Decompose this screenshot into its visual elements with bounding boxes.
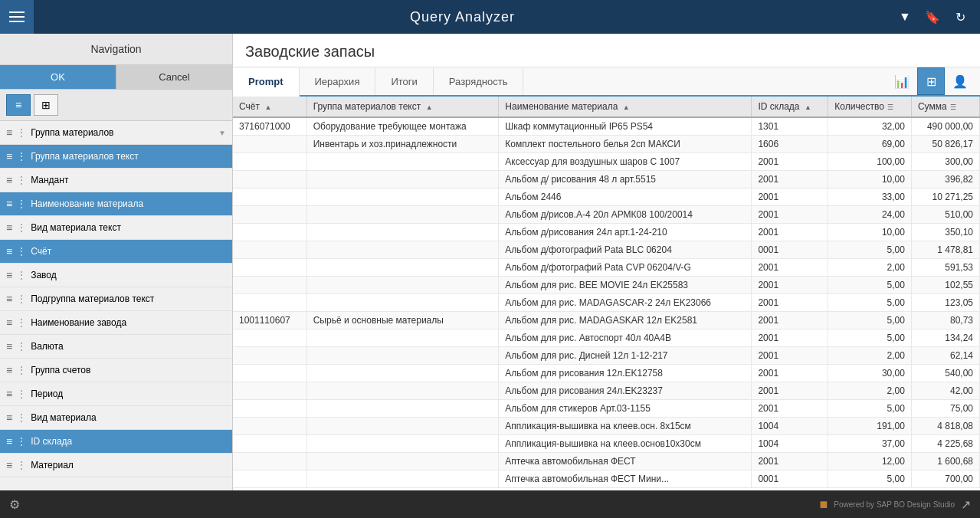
table-cell: 69,00 [828,136,912,153]
table-cell [306,435,499,453]
column-header[interactable]: Наименование материала ▲ [499,97,752,117]
nav-item-label: Материал [31,460,226,470]
table-row: Инвентарь и хоз.принадлежностиКомплект п… [233,136,980,153]
table-cell [233,206,306,224]
table-cell: 2001 [752,224,828,241]
column-header[interactable]: Сумма ☰ [911,97,979,117]
grid-icon: ⋮ [17,246,26,257]
nav-item[interactable]: ≡ ⋮ Наименование завода [0,311,232,335]
table-row: Альбом для рис. BEE MOVIE 24л EK25583200… [233,277,980,294]
table-cell: Альбом 2446 [499,189,752,206]
table-cell: Альбом д/рисов.А-4 20л АРМК08 100/20014 [499,206,752,224]
filter-button[interactable]: ▼ [891,3,919,31]
column-header[interactable]: Счёт ▲ [233,97,306,117]
cancel-button[interactable]: Cancel [116,65,232,89]
table-cell: 2001 [752,312,828,329]
nav-item[interactable]: ≡ ⋮ Группа материалов ▼ [0,121,232,145]
table-row: 3716071000Оборудование требующее монтажа… [233,117,980,136]
table-cell: 100,00 [828,153,912,171]
column-header[interactable]: Группа материалов текст ▲ [306,97,499,117]
table-cell [306,259,499,277]
table-cell: 0001 [752,470,828,488]
data-table: Счёт ▲Группа материалов текст ▲Наименова… [233,97,980,488]
table-cell [233,189,306,206]
nav-item[interactable]: ≡ ⋮ Материал [0,454,232,477]
nav-item[interactable]: ≡ ⋮ Завод [0,264,232,287]
nav-item[interactable]: ≡ ⋮ Подгруппа материалов текст [0,287,232,311]
person-icon[interactable]: 👤 [946,67,974,95]
table-cell: 10,00 [828,171,912,189]
nav-item[interactable]: ≡ ⋮ Группа счетов [0,359,232,382]
menu-button[interactable] [0,0,34,34]
table-cell: 2001 [752,400,828,418]
nav-item-label: Вид материала текст [31,222,226,233]
settings-icon[interactable]: ⚙ [9,497,20,512]
nav-item-label: Подгруппа материалов текст [31,293,226,304]
ok-button[interactable]: OK [0,65,116,89]
table-cell [306,241,499,259]
bar-chart-icon[interactable]: 📊 [888,67,916,95]
nav-item-label: Завод [31,270,226,280]
column-header[interactable]: ID склада ▲ [752,97,828,117]
header: Query Analyzer ▼ 🔖 ↻ [0,0,980,34]
table-cell: 2,00 [828,347,912,365]
table-row: Альбом д/фотографий Pata BLC 0620400015,… [233,241,980,259]
nav-item[interactable]: ≡ ⋮ Валюта [0,335,232,359]
table-cell: 1301 [752,117,828,136]
nav-item-label: Наименование материала [31,198,226,209]
nav-item-label: Группа материалов текст [31,151,226,162]
nav-title: Navigation [0,34,232,65]
nav-buttons: OK Cancel [0,65,232,90]
table-cell: 2001 [752,382,828,400]
nav-item[interactable]: ≡ ⋮ Вид материала [0,406,232,430]
export-icon[interactable]: ↗ [961,497,971,512]
table-cell: 2,00 [828,382,912,400]
table-cell: 5,00 [828,329,912,347]
table-cell: Альбом для рис. Автоспорт 40л 40А4В [499,329,752,347]
nav-item[interactable]: ≡ ⋮ ID склада [0,430,232,454]
nav-item[interactable]: ≡ ⋮ Период [0,382,232,406]
table-cell: 2001 [752,171,828,189]
tab-итоги[interactable]: Итоги [375,68,433,95]
table-cell: Альбом для рис. Дисней 12л 1-12-217 [499,347,752,365]
table-cell: 62,14 [911,347,979,365]
nav-item[interactable]: ≡ ⋮ Наименование материала [0,192,232,216]
app-title: Query Analyzer [34,9,891,25]
grid-icon: ⋮ [17,317,26,328]
grid-icon: ⋮ [17,270,26,280]
grid-view-button[interactable]: ⊞ [34,94,58,116]
nav-list: ≡ ⋮ Группа материалов ▼ ≡ ⋮ Группа матер… [0,121,232,490]
nav-item-label: Вид материала [31,412,226,423]
nav-item[interactable]: ≡ ⋮ Счёт [0,240,232,264]
tab-иерархия[interactable]: Иерархия [300,68,376,95]
nav-item-label: Наименование завода [31,317,226,328]
list-view-button[interactable]: ≡ [6,94,31,116]
table-cell [306,347,499,365]
table-cell: 490 000,00 [911,117,979,136]
table-cell [306,453,499,470]
refresh-button[interactable]: ↻ [946,3,974,31]
grid-icon[interactable]: ⊞ [917,67,945,95]
sort-icon: ▲ [424,103,432,111]
table-cell: Альбом д/рисования 24л арт.1-24-210 [499,224,752,241]
table-cell: 2001 [752,153,828,171]
nav-item-label: Группа материалов [31,127,214,138]
table-cell [306,365,499,382]
tab-разрядность[interactable]: Разрядность [434,68,524,95]
table-cell: 2001 [752,259,828,277]
bookmark-button[interactable]: 🔖 [919,3,946,31]
list-icon: ≡ [6,150,12,162]
nav-item[interactable]: ≡ ⋮ Вид материала текст [0,216,232,240]
nav-item[interactable]: ≡ ⋮ Группа материалов текст [0,145,232,169]
column-header[interactable]: Количество ☰ [828,97,912,117]
filter-icon: ☰ [949,103,957,111]
table-cell: Шкаф коммутационный IP65 PS54 [499,117,752,136]
table-row: Альбом для стикеров Арт.03-115520015,007… [233,400,980,418]
table-cell [233,329,306,347]
table-cell: 2,00 [828,259,912,277]
nav-item[interactable]: ≡ ⋮ Мандант [0,169,232,192]
table-cell [233,347,306,365]
table-cell [233,224,306,241]
table-cell [233,453,306,470]
tab-prompt[interactable]: Prompt [233,68,300,97]
